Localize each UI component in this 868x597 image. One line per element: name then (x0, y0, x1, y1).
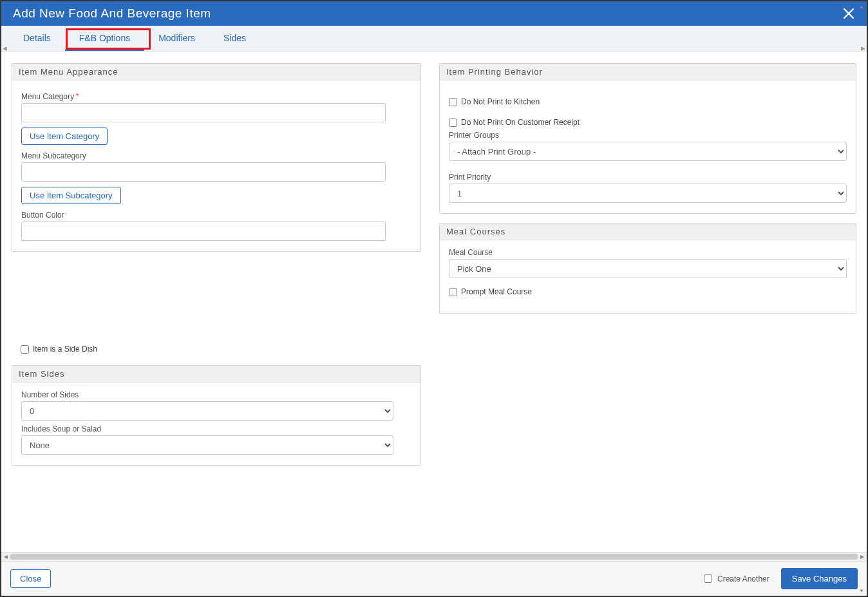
printer-groups-select[interactable]: - Attach Print Group - (449, 142, 847, 161)
tab-details[interactable]: Details (9, 26, 65, 51)
modal-footer: Close Create Another Save Changes (1, 561, 867, 596)
modal-title: Add New Food And Beverage Item (13, 6, 211, 21)
tab-strip: ◀ Details F&B Options Modifiers Sides ▶ (1, 26, 867, 52)
label-printer-groups: Printer Groups (449, 131, 847, 140)
close-button[interactable]: Close (10, 569, 51, 588)
do-not-print-receipt-checkbox[interactable] (449, 118, 457, 127)
hscroll-left-icon[interactable]: ◀ (1, 553, 10, 561)
prompt-meal-course-label: Prompt Meal Course (461, 287, 532, 296)
create-another-label: Create Another (717, 574, 769, 583)
number-of-sides-select[interactable]: 0 (21, 401, 393, 421)
print-priority-select[interactable]: 1 (449, 184, 847, 203)
right-column: Item Printing Behavior Do Not Print to K… (439, 63, 856, 314)
label-includes-soup-salad: Includes Soup or Salad (21, 424, 411, 433)
item-is-side-dish-label: Item is a Side Dish (33, 345, 97, 354)
do-not-print-kitchen-checkbox[interactable] (449, 98, 457, 106)
use-item-subcategory-button[interactable]: Use Item Subcategory (21, 187, 121, 204)
tab-sides[interactable]: Sides (209, 26, 260, 51)
panel-header-appearance: Item Menu Appearance (12, 64, 420, 81)
use-item-category-button[interactable]: Use Item Category (21, 128, 108, 145)
prompt-meal-course-checkbox[interactable] (449, 288, 457, 296)
tab-scroll-left-icon[interactable]: ◀ (3, 45, 7, 52)
panel-header-meal-courses: Meal Courses (440, 223, 856, 240)
modal-shell: Add New Food And Beverage Item ◀ Details… (0, 0, 868, 597)
close-icon[interactable] (840, 5, 858, 23)
vertical-scrollbar[interactable]: ▲ ▼ (858, 3, 865, 594)
panel-item-menu-appearance: Item Menu Appearance Menu Category * Use… (12, 63, 421, 252)
do-not-print-kitchen-label: Do Not Print to Kitchen (461, 97, 540, 106)
label-print-priority: Print Priority (449, 173, 847, 182)
button-color-input[interactable] (21, 222, 386, 241)
label-number-of-sides: Number of Sides (21, 390, 411, 399)
modal-titlebar: Add New Food And Beverage Item (1, 1, 867, 26)
vscroll-up-icon[interactable]: ▲ (858, 3, 865, 10)
panel-header-printing: Item Printing Behavior (440, 64, 856, 81)
modal-body: Item Menu Appearance Menu Category * Use… (1, 52, 867, 552)
save-changes-button[interactable]: Save Changes (781, 568, 858, 589)
create-another-checkbox[interactable] (704, 574, 712, 583)
meal-course-select[interactable]: Pick One (449, 259, 847, 278)
vscroll-down-icon[interactable]: ▼ (858, 587, 865, 594)
menu-subcategory-input[interactable] (21, 162, 386, 182)
horizontal-scrollbar[interactable]: ◀ ▶ (1, 552, 867, 561)
menu-category-input[interactable] (21, 103, 386, 122)
panel-meal-courses: Meal Courses Meal Course Pick One Prompt… (439, 223, 856, 314)
label-menu-subcategory: Menu Subcategory (21, 151, 411, 160)
tab-modifiers[interactable]: Modifiers (144, 26, 209, 51)
tab-fnb-options[interactable]: F&B Options (65, 26, 144, 51)
label-button-color: Button Color (21, 211, 411, 220)
label-meal-course: Meal Course (449, 248, 847, 257)
includes-soup-salad-select[interactable]: None (21, 435, 393, 455)
do-not-print-receipt-label: Do Not Print On Customer Receipt (461, 118, 580, 127)
side-dish-checkbox-row: Item is a Side Dish (12, 338, 421, 356)
required-star-icon: * (74, 92, 79, 100)
left-column: Item Menu Appearance Menu Category * Use… (12, 63, 421, 466)
hscroll-track[interactable] (10, 554, 858, 560)
panel-item-printing-behavior: Item Printing Behavior Do Not Print to K… (439, 63, 856, 214)
panel-item-sides: Item Sides Number of Sides 0 Includes So… (12, 365, 421, 466)
item-is-side-dish-checkbox[interactable] (21, 345, 29, 354)
panel-header-item-sides: Item Sides (12, 366, 420, 383)
label-menu-category: Menu Category * (21, 92, 411, 101)
